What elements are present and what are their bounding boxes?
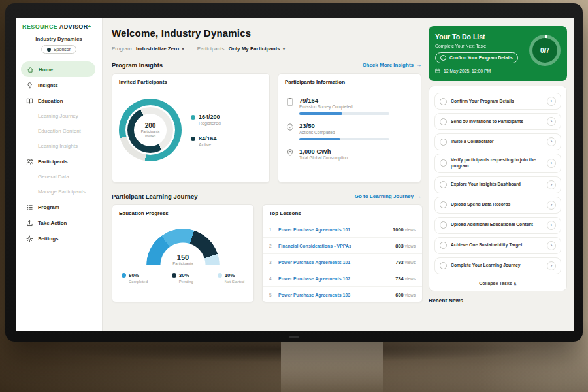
lesson-row: 3 Power Purchase Agreements 101 793views (263, 254, 422, 270)
todo-progress-ring: 0/7 (529, 35, 561, 66)
sidebar-item-learning-insights[interactable]: Learning Insights (16, 139, 102, 154)
sidebar-item-insights[interactable]: Insights (16, 77, 102, 93)
people-icon (26, 158, 33, 165)
sidebar-item-settings[interactable]: Settings (16, 231, 102, 246)
section-title-program-insights: Program Insights (112, 61, 163, 69)
lesson-row: 2 Financial Considerations - VPPAs 803vi… (263, 238, 422, 254)
participants-filter[interactable]: Participants: Only My Participants ▾ (197, 46, 286, 52)
chevron-down-icon: ▾ (182, 46, 184, 52)
task-complete-learning-journey[interactable]: Complete Your Learning Journey › (434, 257, 561, 274)
card-title: Participants Information (278, 74, 421, 90)
upload-icon (26, 220, 33, 227)
checkbox-icon[interactable] (440, 139, 447, 146)
sidebar-item-participants[interactable]: Participants (16, 154, 102, 169)
chevron-right-icon[interactable]: › (547, 137, 556, 146)
card-title: Top Lessons (263, 205, 422, 221)
sidebar-item-education[interactable]: Education (16, 93, 102, 108)
check-circle-icon (286, 123, 294, 131)
checkbox-icon[interactable] (440, 98, 447, 105)
task-upload-spend-data[interactable]: Upload Spend Data Records › (434, 197, 561, 214)
sidebar-item-program[interactable]: Program (16, 199, 102, 215)
sidebar-nav: Home Insights Education Learning Journey (16, 61, 102, 246)
metric-global-consumption: 1,000 GWh Total Global Consumption (286, 148, 413, 160)
next-task-chip[interactable]: Confirm Your Program Details (435, 52, 518, 63)
brand-primary: RESOURCE (22, 24, 57, 30)
actions-completed-progress-bar (299, 138, 389, 140)
next-task-due: 12 May 2025, 12:00 PM (435, 68, 561, 73)
legend-item-active: 84/164 Active (191, 135, 221, 147)
top-lessons-card: Top Lessons 1 Power Purchase Agreements … (262, 204, 423, 302)
task-upload-educational-content[interactable]: Upload Additional Educational Content › (434, 217, 561, 234)
section-title-recent-news: Recent News (429, 297, 567, 304)
sidebar-item-learning-journey[interactable]: Learning Journey (16, 108, 102, 123)
gauge-center-label: Participants (146, 261, 220, 265)
donut-center-value: 200 (145, 122, 156, 129)
donut-center-label: Participants Invited (137, 129, 164, 139)
completed-dot (122, 273, 126, 278)
task-achieve-sustainability-target[interactable]: Achieve One Sustainability Target › (434, 237, 561, 254)
active-dot (191, 137, 195, 141)
task-send-invitations[interactable]: Send 50 Invitations to Participants › (434, 113, 561, 130)
chevron-right-icon[interactable]: › (547, 261, 556, 270)
sidebar-item-take-action[interactable]: Take Action (16, 215, 102, 231)
registered-dot (191, 115, 195, 120)
background-scene: RESOURCE ADVISOR+ Industry Dynamics Spon… (0, 0, 588, 392)
task-checkbox-icon (440, 55, 446, 61)
checkbox-icon[interactable] (440, 221, 447, 229)
app-logo: RESOURCE ADVISOR+ (16, 18, 102, 30)
chevron-up-icon: ∧ (514, 281, 517, 286)
main-content: Welcome, Industry Dynamics Program: Indu… (103, 18, 429, 331)
lesson-row: 4 Power Purchase Agreements 102 734views (263, 270, 422, 287)
chevron-right-icon[interactable]: › (547, 159, 556, 168)
sidebar-item-education-content[interactable]: Education Content (16, 123, 102, 139)
go-to-learning-journey-link[interactable]: Go to Learning Journey → (355, 193, 421, 199)
card-title: Invited Participants (112, 74, 269, 90)
checkbox-icon[interactable] (440, 181, 447, 188)
task-explore-insights[interactable]: Explore Your Insights Dashboard › (434, 176, 561, 193)
lesson-link[interactable]: Financial Considerations - VPPAs (278, 244, 391, 248)
task-confirm-program-details[interactable]: Confirm Your Program Details › (434, 93, 561, 110)
chevron-right-icon[interactable]: › (547, 241, 556, 250)
checkbox-icon[interactable] (440, 118, 447, 125)
emission-survey-progress-bar (299, 112, 389, 115)
chevron-down-icon: ▾ (283, 46, 286, 52)
lesson-link[interactable]: Power Purchase Agreements 101 (278, 260, 391, 265)
metric-emission-survey: 79/164 Emission Survey Completed (286, 97, 413, 115)
education-progress-card: Education Progress 150 Participants 60% (112, 204, 254, 302)
invited-participants-card: Invited Participants 200 Participants In… (112, 73, 270, 183)
checkbox-icon[interactable] (440, 159, 447, 167)
collapse-tasks-link[interactable]: Collapse Tasks ∧ (434, 278, 561, 289)
organization-name: Industry Dynamics (16, 36, 102, 42)
lesson-link[interactable]: Power Purchase Agreements 103 (278, 293, 391, 297)
sponsor-badge[interactable]: Sponsor (41, 45, 76, 54)
sidebar-item-general-data[interactable]: General Data (16, 169, 102, 184)
check-more-insights-link[interactable]: Check More Insights → (363, 62, 421, 68)
gauge-legend: 60% Completed 30% Pending 10% Not Starte… (112, 265, 253, 284)
task-invite-collaborator[interactable]: Invite a Collaborator › (434, 133, 561, 150)
checkbox-icon[interactable] (440, 201, 447, 208)
education-progress-gauge-chart: 150 Participants (146, 229, 220, 265)
todo-summary-card: Your To Do List Complete Your Next Task:… (429, 26, 567, 81)
chevron-right-icon[interactable]: › (547, 117, 556, 126)
lesson-link[interactable]: Power Purchase Agreements 101 (278, 227, 388, 232)
gauge-center-value: 150 (146, 253, 220, 261)
legend-item-not-started: 10% Not Started (218, 272, 244, 284)
todo-progress-value: 0/7 (532, 38, 557, 63)
program-filter[interactable]: Program: Industrialize Zero ▾ (112, 46, 184, 52)
sidebar-item-home[interactable]: Home (21, 61, 95, 77)
chevron-right-icon[interactable]: › (547, 180, 556, 189)
todo-panel: Your To Do List Complete Your Next Task:… (429, 26, 567, 304)
chevron-right-icon[interactable]: › (547, 201, 556, 210)
task-verify-participants[interactable]: Verify participants requesting to join t… (434, 154, 561, 173)
checkbox-icon[interactable] (440, 242, 447, 249)
location-pin-icon (286, 148, 294, 157)
sidebar-item-manage-participants[interactable]: Manage Participants (16, 184, 102, 199)
participants-information-card: Participants Information 79/164 Emission… (278, 73, 421, 183)
lesson-link[interactable]: Power Purchase Agreements 102 (278, 276, 391, 281)
lightbulb-icon (26, 82, 33, 89)
checkbox-icon[interactable] (440, 262, 447, 269)
sponsor-icon (47, 48, 51, 52)
chevron-right-icon[interactable]: › (547, 221, 556, 230)
page-title: Welcome, Industry Dynamics (112, 27, 429, 39)
chevron-right-icon[interactable]: › (547, 97, 556, 106)
